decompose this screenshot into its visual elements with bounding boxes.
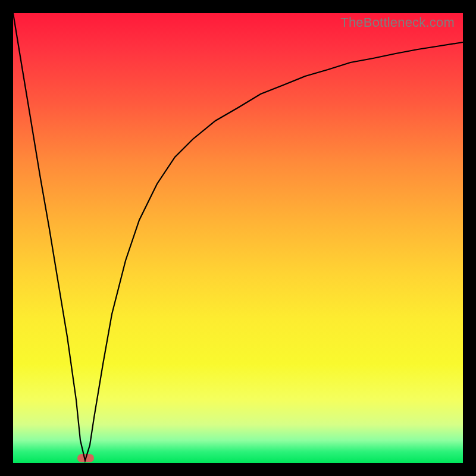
chart-plot-area: TheBottleneck.com	[13, 13, 463, 463]
curve-path	[13, 13, 463, 461]
watermark-text: TheBottleneck.com	[340, 15, 455, 30]
bottleneck-curve	[13, 13, 463, 463]
